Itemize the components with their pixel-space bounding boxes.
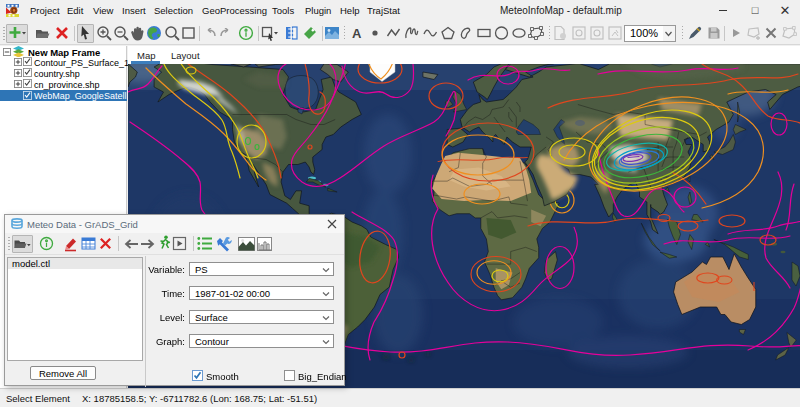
svg-text:A: A <box>352 26 362 41</box>
